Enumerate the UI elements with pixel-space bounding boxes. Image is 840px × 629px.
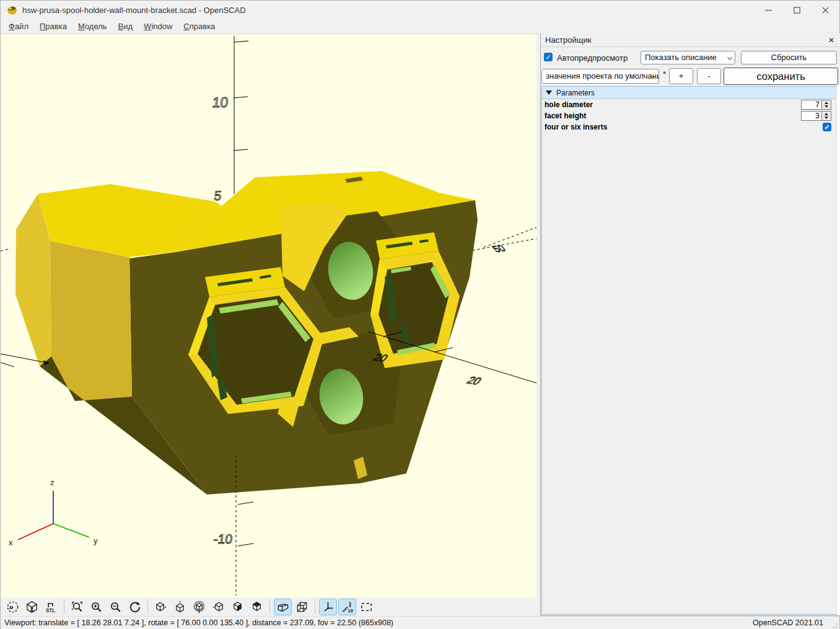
customizer-panel: Настройщик ✕ ✓ Автопредпросмотр Показать… [540,33,840,616]
render-preview-button[interactable]: » [4,599,22,615]
svg-text:10: 10 [211,94,229,110]
facet-height-spinner[interactable] [822,111,831,121]
collapse-triangle-icon [546,90,552,95]
svg-text:50: 50 [490,243,508,253]
add-preset-button[interactable]: + [669,68,693,84]
show-axes-button[interactable] [319,599,337,615]
svg-text:5: 5 [214,188,222,203]
menu-bar: Файл Правка Модель Вид Window Справка [1,19,839,34]
parameters-header[interactable]: Parameters [542,87,836,99]
view-bottom-button[interactable] [190,599,208,615]
view-top-button[interactable] [171,599,189,615]
toolbar-separator [315,600,315,614]
axes-indicator: z x y [9,478,98,547]
description-dropdown[interactable]: Показать описание [641,51,735,64]
param-row-facet-height: facet height 3 [542,110,836,121]
maximize-button[interactable] [782,1,811,19]
param-row-hole-diameter: hole diameter 7 [542,99,836,110]
model [15,171,478,495]
menu-edit[interactable]: Правка [34,20,72,33]
perspective-view-button[interactable] [274,599,292,615]
zoom-in-button[interactable] [87,599,105,615]
zoom-all-button[interactable] [68,599,86,615]
autopreview-checkbox[interactable]: ✓ [544,53,553,61]
autopreview-label: Автопредпросмотр [557,53,628,63]
minimize-button[interactable] [754,1,782,19]
block-front-face [50,241,132,401]
four-or-six-inserts-checkbox[interactable]: ✓ [823,123,831,131]
svg-text:»: » [9,602,13,612]
axis-label-z: z [50,478,55,487]
version-text: OpenSCAD 2021.01 [753,618,823,627]
view-front-button[interactable] [229,599,247,615]
close-button[interactable] [811,1,839,19]
openscad-logo-icon [7,5,17,15]
param-row-four-or-six-inserts: four or six inserts ✓ [542,121,836,133]
axis-label-y: y [94,536,98,545]
show-scale-markers-button[interactable]: 10 [338,599,356,615]
view-right-button[interactable] [152,599,170,615]
hole-diameter-spinner[interactable] [822,100,831,110]
svg-text:-10: -10 [213,532,234,546]
orthographic-view-button[interactable] [293,599,311,615]
axis-label-x: x [9,538,13,547]
3d-scene: 10 5 -10 20 20 50 z x y [1,34,536,597]
panel-close-icon[interactable]: ✕ [826,35,836,45]
scrollbar-track[interactable] [836,86,840,615]
menu-help[interactable]: Справка [178,20,221,33]
remove-preset-button[interactable]: - [697,68,721,84]
z-axis-upper [234,36,248,194]
parameters-group: Parameters hole diameter 7 facet height … [541,86,837,615]
svg-text:STL: STL [46,608,55,614]
zoom-out-button[interactable] [107,599,125,615]
openscad-window: hsw-prusa-spool-holder-wall-mount-bracke… [0,0,840,629]
facet-height-input[interactable]: 3 [801,111,822,121]
view-toolbar: » STL [1,597,540,616]
reset-button[interactable]: Сбросить [741,51,837,64]
viewport-status-text: Viewport: translate = [ 18.26 28.01 7.24… [4,618,393,627]
menu-view[interactable]: Вид [113,20,139,33]
customizer-title: Настройщик [545,35,591,45]
export-stl-button[interactable]: STL [42,599,60,615]
hole-diameter-input[interactable]: 7 [801,100,822,110]
save-preset-button[interactable]: сохранить предустановку [724,68,838,85]
view-back-button[interactable] [248,599,266,615]
toolbar-separator [147,600,148,614]
status-bar: Viewport: translate = [ 18.26 28.01 7.24… [1,616,839,629]
resize-grip[interactable] [831,621,838,628]
preset-dropdown[interactable]: значения проекта по умолчанию [541,69,659,84]
chevron-down-icon [727,55,732,59]
render-button[interactable] [23,599,41,615]
svg-text:20: 20 [464,374,484,387]
menu-design[interactable]: Модель [72,20,113,33]
toolbar-separator [269,600,270,614]
window-title: hsw-prusa-spool-holder-wall-mount-bracke… [22,6,246,15]
view-left-button[interactable] [209,599,227,615]
customizer-header: Настройщик ✕ [541,33,840,47]
menu-window[interactable]: Window [138,20,178,33]
title-bar: hsw-prusa-spool-holder-wall-mount-bracke… [1,1,839,19]
view-all-button[interactable] [357,599,375,615]
menu-file[interactable]: Файл [3,20,34,33]
toolbar-separator [64,600,64,614]
svg-text:10: 10 [348,608,353,614]
modified-indicator: * [663,69,666,79]
reset-view-button[interactable] [126,599,144,615]
3d-viewport[interactable]: 10 5 -10 20 20 50 z x y [1,34,536,597]
